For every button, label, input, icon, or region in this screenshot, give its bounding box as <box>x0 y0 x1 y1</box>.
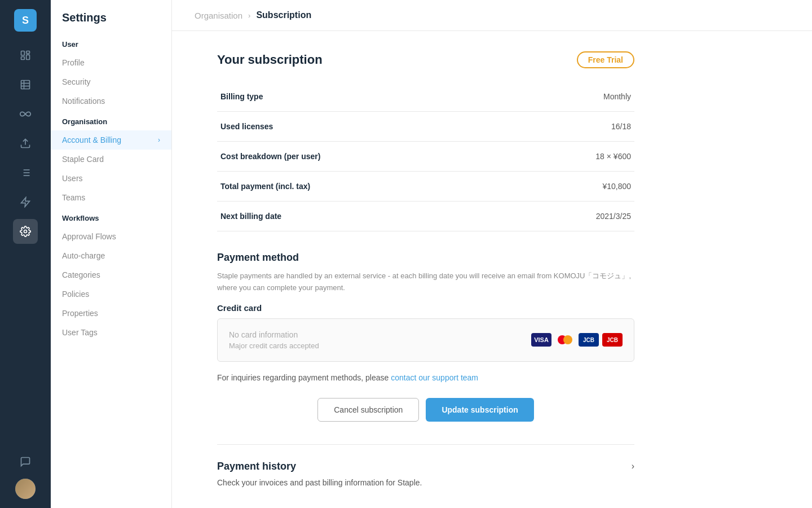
cancel-subscription-button[interactable]: Cancel subscription <box>317 398 419 422</box>
billing-row-total: Total payment (incl. tax) ¥10,800 <box>217 172 634 202</box>
content-area: Your subscription Free Trial Billing typ… <box>172 31 679 507</box>
billing-row-cost: Cost breakdown (per user) 18 × ¥600 <box>217 142 634 172</box>
sidebar-item-users[interactable]: Users <box>51 169 171 188</box>
billing-row-next-date: Next billing date 2021/3/25 <box>217 202 634 231</box>
billing-value-cost: 18 × ¥600 <box>426 142 634 172</box>
breadcrumb-organisation[interactable]: Organisation <box>195 11 242 20</box>
visa-card-icon: VISA <box>531 333 551 347</box>
accepted-text: Major credit cards accepted <box>229 341 319 350</box>
infinity-icon[interactable] <box>13 102 38 126</box>
mc-right-circle <box>563 335 572 344</box>
section-user: User <box>51 36 171 53</box>
sidebar-item-staple-card[interactable]: Staple Card <box>51 150 171 169</box>
breadcrumb-chevron-icon: › <box>248 11 250 20</box>
sidebar-item-account-billing[interactable]: Account & Billing › <box>51 130 171 150</box>
breadcrumb: Organisation › Subscription <box>172 0 812 31</box>
billing-value-next-date: 2021/3/25 <box>426 202 634 231</box>
subscription-header: Your subscription Free Trial <box>217 51 634 68</box>
gear-settings-icon[interactable] <box>13 219 38 244</box>
button-row: Cancel subscription Update subscription <box>217 398 634 422</box>
free-trial-badge: Free Trial <box>577 51 634 68</box>
inquiry-text: For inquiries regarding payment methods,… <box>217 373 634 382</box>
billing-label-next-date: Next billing date <box>217 202 426 231</box>
billing-value-type: Monthly <box>426 82 634 112</box>
sidebar-item-user-tags[interactable]: User Tags <box>51 323 171 342</box>
svg-rect-3 <box>21 57 25 60</box>
billing-row-licenses: Used licenses 16/18 <box>217 112 634 142</box>
billing-label-type: Billing type <box>217 82 426 112</box>
sidebar-item-auto-charge[interactable]: Auto-charge <box>51 246 171 265</box>
chat-icon[interactable] <box>13 449 38 474</box>
card-info-box: No card information Major credit cards a… <box>217 318 634 362</box>
icon-sidebar: S <box>0 0 51 508</box>
breadcrumb-subscription: Subscription <box>256 10 311 20</box>
sidebar-item-properties[interactable]: Properties <box>51 304 171 323</box>
sidebar-item-approval-flows[interactable]: Approval Flows <box>51 227 171 246</box>
svg-rect-0 <box>21 51 25 56</box>
section-organisation: Organisation <box>51 113 171 130</box>
svg-rect-2 <box>27 55 30 59</box>
sidebar-item-notifications[interactable]: Notifications <box>51 91 171 111</box>
update-subscription-button[interactable]: Update subscription <box>426 398 533 422</box>
app-logo[interactable]: S <box>14 9 37 32</box>
mc-circles <box>555 333 575 347</box>
mastercard-icon <box>555 333 575 347</box>
sidebar-item-security[interactable]: Security <box>51 72 171 91</box>
svg-rect-1 <box>27 51 30 54</box>
table-icon[interactable] <box>13 72 38 97</box>
subscription-title: Your subscription <box>217 52 323 67</box>
svg-rect-4 <box>21 81 30 89</box>
user-avatar[interactable] <box>15 479 36 499</box>
billing-label-licenses: Used licenses <box>217 112 426 142</box>
nav-sidebar: Settings User Profile Security Notificat… <box>51 0 172 508</box>
jcb-card-icon: JCB <box>579 333 599 347</box>
payment-history-header: Payment history › <box>217 461 634 472</box>
jcb2-card-icon: JCB <box>602 333 623 347</box>
sidebar-item-categories[interactable]: Categories <box>51 265 171 284</box>
billing-table: Billing type Monthly Used licenses 16/18… <box>217 82 634 231</box>
bolt-icon[interactable] <box>13 190 38 214</box>
svg-marker-15 <box>21 198 30 207</box>
list-icon[interactable] <box>13 160 38 185</box>
settings-title: Settings <box>51 11 171 33</box>
documents-icon[interactable] <box>13 43 38 68</box>
billing-value-licenses: 16/18 <box>426 112 634 142</box>
payment-method-desc: Staple payments are handled by an extern… <box>217 270 634 294</box>
svg-point-16 <box>24 230 27 233</box>
support-link[interactable]: contact our support team <box>391 373 478 382</box>
payment-method-title: Payment method <box>217 252 634 264</box>
card-info-left: No card information Major credit cards a… <box>229 330 319 350</box>
section-workflows: Workflows <box>51 209 171 227</box>
payment-history-section: Payment history › Check your invoices an… <box>217 444 634 487</box>
no-card-text: No card information <box>229 330 319 339</box>
sidebar-item-profile[interactable]: Profile <box>51 53 171 72</box>
billing-label-total: Total payment (incl. tax) <box>217 172 426 202</box>
history-chevron-icon[interactable]: › <box>632 461 634 471</box>
payment-history-desc: Check your invoices and past billing inf… <box>217 478 634 487</box>
billing-label-cost: Cost breakdown (per user) <box>217 142 426 172</box>
credit-card-label: Credit card <box>217 303 634 313</box>
main-content: Organisation › Subscription Your subscri… <box>172 0 812 508</box>
upload-icon[interactable] <box>13 131 38 156</box>
payment-history-title: Payment history <box>217 461 296 472</box>
sidebar-item-teams[interactable]: Teams <box>51 188 171 207</box>
billing-row-type: Billing type Monthly <box>217 82 634 112</box>
billing-value-total: ¥10,800 <box>426 172 634 202</box>
card-icons: VISA JCB JCB <box>531 333 623 347</box>
sidebar-item-policies[interactable]: Policies <box>51 284 171 304</box>
chevron-right-icon: › <box>158 136 160 144</box>
